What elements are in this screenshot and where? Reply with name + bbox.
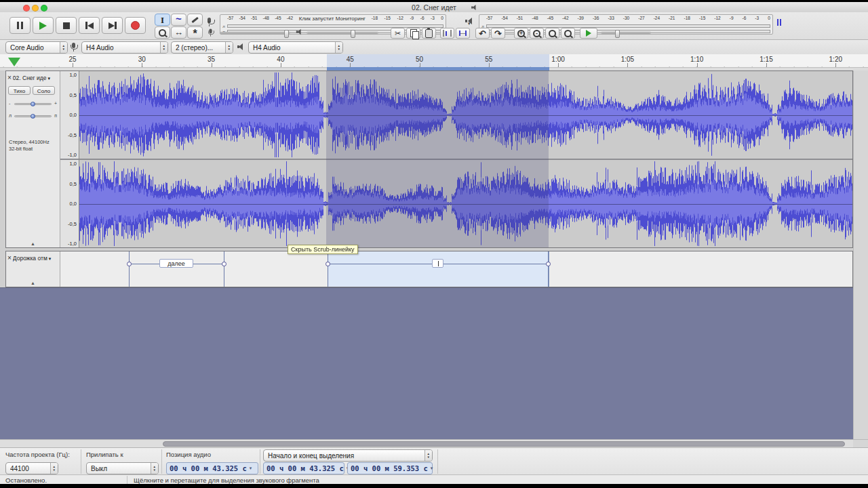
label-handle[interactable] — [222, 262, 226, 266]
input-device-select[interactable]: H4 Audio — [81, 41, 168, 54]
label-track-content[interactable]: далее — [60, 251, 852, 287]
titlebar[interactable]: 02. Снег идет — [0, 2, 868, 13]
pan-slider[interactable] — [14, 115, 52, 117]
output-device-select[interactable]: H4 Audio — [248, 41, 343, 54]
scale-label: 1,0 — [70, 161, 77, 167]
label-track-collapse-button[interactable] — [31, 279, 35, 286]
timeline-tick-label: 1:15 — [756, 56, 776, 63]
label-handle[interactable] — [127, 262, 132, 266]
zoom-in-button[interactable] — [514, 28, 528, 39]
play-at-speed-button[interactable] — [580, 28, 597, 39]
envelope-tool-button[interactable] — [171, 14, 186, 26]
fit-selection-icon — [549, 30, 556, 37]
waveform-area[interactable] — [79, 71, 852, 247]
track-control-panel[interactable]: 02. Снег иде Тихо Соло - + л п Стерео, 4… — [6, 71, 60, 247]
label-boundary[interactable] — [328, 251, 328, 287]
timeline-tick-label: 1:00 — [548, 56, 568, 63]
skip-start-icon — [85, 22, 94, 29]
label-boundary[interactable] — [224, 251, 224, 287]
input-channels-select[interactable]: 2 (стерео)... — [171, 41, 233, 54]
label-boundary[interactable] — [129, 251, 130, 287]
label-handle[interactable] — [326, 262, 330, 266]
waveform-selection[interactable] — [326, 71, 549, 247]
timeline-pin[interactable] — [8, 58, 20, 66]
meter-tick-label: -18 — [684, 16, 690, 21]
gain-slider-row: - + — [9, 101, 57, 109]
label-track-close-button[interactable] — [7, 254, 12, 262]
label-track-name-menu[interactable]: Дорожка отм — [13, 255, 58, 262]
zoom-out-button[interactable] — [530, 28, 544, 39]
horizontal-scrollbar-thumb[interactable] — [163, 441, 845, 447]
silence-audio-button[interactable] — [456, 28, 470, 39]
snap-to-value: Выкл — [91, 465, 148, 472]
trim-audio-button[interactable] — [440, 28, 454, 39]
undo-button[interactable] — [475, 28, 490, 39]
track-collapse-button[interactable] — [31, 239, 35, 247]
selection-end-field[interactable]: 00 ч 00 м 59.353 с — [347, 462, 433, 474]
input-volume-thumb[interactable] — [284, 30, 289, 38]
record-button[interactable] — [125, 17, 146, 34]
meter-lane — [486, 24, 770, 28]
paste-icon — [425, 29, 433, 38]
fit-selection-button[interactable] — [545, 28, 559, 39]
selection-mode-select[interactable]: Начало и конец выделения — [263, 449, 433, 462]
label-selection-region[interactable] — [328, 251, 549, 287]
input-channels-value: 2 (стерео)... — [176, 44, 222, 52]
gain-slider[interactable] — [14, 103, 52, 105]
label-text-empty[interactable] — [432, 259, 443, 268]
project-rate-label: Частота проекта (Гц): — [5, 451, 70, 458]
label-boundary[interactable] — [548, 251, 549, 287]
vertical-scrollbar[interactable] — [853, 70, 868, 439]
input-volume-slider[interactable] — [220, 32, 290, 34]
label-track-control-panel[interactable]: Дорожка отм — [6, 251, 60, 287]
meter-tick-label: -15 — [384, 16, 391, 21]
selection-tool-button[interactable] — [155, 14, 170, 26]
play-speed-slider[interactable] — [601, 32, 651, 34]
project-rate-select[interactable]: 44100 — [5, 462, 58, 474]
scale-label: -1,0 — [68, 241, 77, 247]
track-close-button[interactable] — [7, 74, 12, 81]
gain-thumb[interactable] — [31, 102, 35, 106]
pause-button[interactable] — [9, 17, 31, 34]
cut-button[interactable] — [391, 28, 405, 39]
meter-tick-label: -15 — [699, 16, 705, 21]
zoom-tool-button[interactable] — [155, 26, 170, 39]
empty-project-area[interactable] — [0, 287, 853, 439]
redo-button[interactable] — [491, 28, 505, 39]
monitoring-hint[interactable]: Клик запустит Мониторинг — [293, 16, 372, 22]
solo-button[interactable]: Соло — [33, 86, 55, 95]
multi-tool-button[interactable] — [187, 26, 203, 39]
audio-position-field[interactable]: 00 ч 00 м 43.325 с — [166, 462, 258, 474]
fit-project-button[interactable] — [561, 28, 575, 39]
mute-button[interactable]: Тихо — [8, 86, 31, 95]
timeline-ruler[interactable]: 253035404550551:001:051:101:151:20 — [0, 54, 868, 70]
meter-tick-label: -6 — [420, 16, 425, 21]
label-handle[interactable] — [546, 262, 551, 266]
play-speed-thumb[interactable] — [615, 30, 620, 38]
timeshift-tool-button[interactable] — [171, 26, 186, 39]
meter-tick-label: -12 — [714, 16, 720, 21]
timeline-tick-label: 30 — [132, 56, 152, 63]
pan-thumb[interactable] — [31, 114, 35, 119]
play-button[interactable] — [33, 17, 54, 34]
track-name-menu[interactable]: 02. Снег иде — [13, 75, 58, 81]
recording-meter-scale: -57-54-51-48-45-42 Клик запустит Монитор… — [220, 15, 446, 22]
audio-host-select[interactable]: Core Audio — [5, 41, 68, 54]
copy-button[interactable] — [406, 28, 420, 39]
skip-to-end-button[interactable] — [102, 17, 123, 34]
output-volume-slider[interactable] — [307, 32, 378, 34]
horizontal-scrollbar[interactable] — [0, 439, 853, 447]
snap-to-select[interactable]: Выкл — [86, 462, 159, 474]
meter-tick-label: -54 — [501, 16, 507, 21]
track-format-info: Стерео, 44100Hz — [9, 139, 50, 145]
paste-button[interactable] — [422, 28, 436, 39]
record-meter-mic-icon[interactable] — [208, 18, 211, 23]
stop-button[interactable] — [56, 17, 77, 34]
selection-start-field[interactable]: 00 ч 00 м 43.325 с — [263, 462, 344, 474]
draw-tool-button[interactable] — [187, 14, 203, 26]
meter-tick-label: -57 — [227, 16, 233, 21]
output-volume-thumb[interactable] — [351, 30, 355, 38]
play-meter-speaker-icon[interactable] — [465, 18, 473, 24]
skip-to-start-button[interactable] — [79, 17, 100, 34]
label-text[interactable]: далее — [159, 259, 193, 268]
